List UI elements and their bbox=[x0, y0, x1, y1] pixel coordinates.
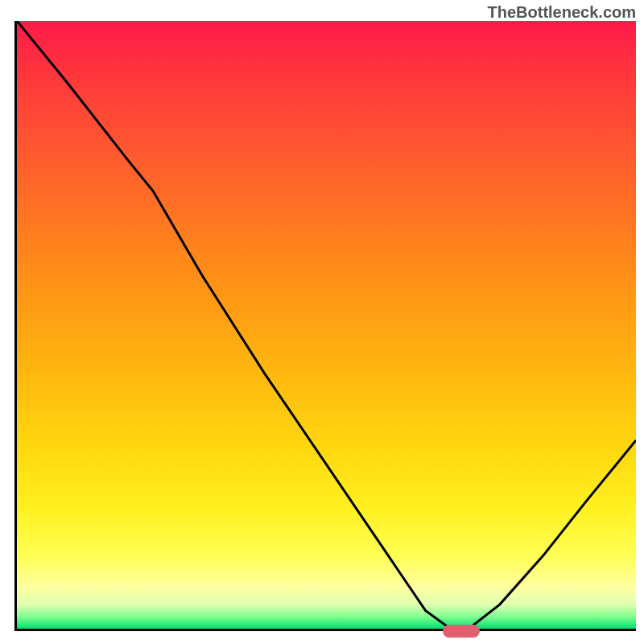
plot-area bbox=[14, 21, 636, 631]
watermark-text: TheBottleneck.com bbox=[488, 3, 636, 22]
curve-path bbox=[17, 21, 636, 629]
bottleneck-curve bbox=[17, 21, 636, 629]
optimal-marker bbox=[443, 625, 480, 638]
